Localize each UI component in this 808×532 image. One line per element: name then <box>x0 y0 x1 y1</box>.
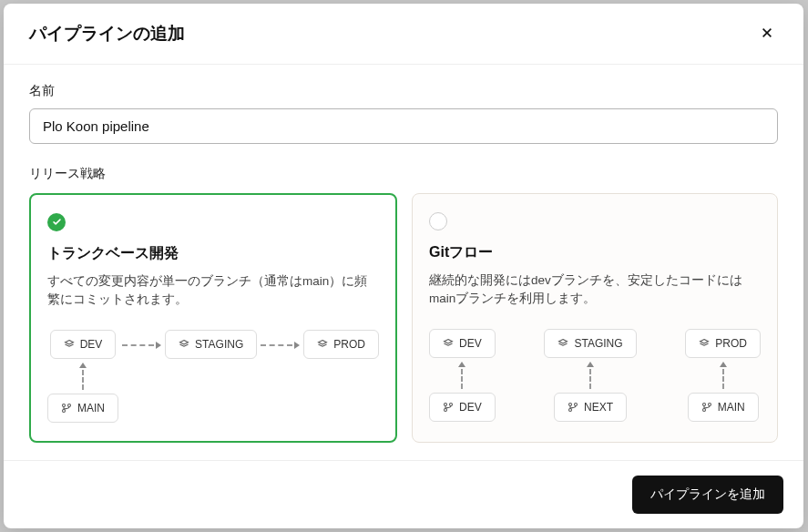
name-label: 名前 <box>29 83 778 99</box>
arrow-up-icon <box>584 362 597 389</box>
trunk-branch-main: MAIN <box>47 394 118 423</box>
svg-marker-12 <box>559 339 568 343</box>
gitflow-branch-dev: DEV <box>429 393 496 422</box>
add-pipeline-modal: パイプラインの追加 名前 リリース戦略 トランクベース開発 すべての変更内容が単… <box>4 4 803 528</box>
layers-icon <box>179 339 189 350</box>
arrow-up-icon <box>455 362 468 389</box>
strategy-card-trunk[interactable]: トランクベース開発 すべての変更内容が単一のブランチ（通常はmain）に頻繁にコ… <box>29 193 397 443</box>
svg-point-3 <box>63 404 66 406</box>
svg-point-17 <box>702 403 705 405</box>
gitflow-env-prod: PROD <box>685 329 761 358</box>
trunk-description: すべての変更内容が単一のブランチ（通常はmain）に頻繁にコミットされます。 <box>47 272 379 310</box>
gitflow-description: 継続的な開発にはdevブランチを、安定したコードにはmainブランチを利用します… <box>429 271 761 309</box>
strategy-label: リリース戦略 <box>29 166 778 182</box>
gitflow-branch-main: MAIN <box>688 393 759 422</box>
svg-point-18 <box>702 408 705 411</box>
name-input[interactable] <box>29 108 778 144</box>
layers-icon <box>699 338 710 349</box>
check-icon <box>52 214 62 230</box>
svg-point-4 <box>63 409 66 412</box>
svg-point-13 <box>568 403 571 405</box>
arrow-right-icon <box>261 339 300 352</box>
close-button[interactable] <box>756 23 778 45</box>
gitflow-env-dev: DEV <box>429 329 496 358</box>
svg-point-11 <box>450 403 453 405</box>
trunk-env-prod: PROD <box>303 330 379 359</box>
submit-button[interactable]: パイプラインを追加 <box>632 476 783 514</box>
modal-header: パイプラインの追加 <box>4 4 803 65</box>
gitflow-env-staging: STAGING <box>544 329 636 358</box>
svg-point-10 <box>445 408 447 411</box>
strategy-card-gitflow[interactable]: Gitフロー 継続的な開発にはdevブランチを、安定したコードにはmainブラン… <box>412 193 778 443</box>
radio-trunk[interactable] <box>47 213 66 231</box>
branch-icon <box>443 402 454 413</box>
arrow-up-icon <box>77 363 89 390</box>
gitflow-branch-next: NEXT <box>554 393 627 422</box>
branch-icon <box>701 402 712 413</box>
branch-icon <box>61 403 72 414</box>
arrow-up-icon <box>717 362 730 389</box>
trunk-diagram: DEV MAIN STAGING <box>47 330 379 423</box>
gitflow-diagram: DEV DEV STAGING <box>429 329 761 422</box>
svg-point-15 <box>574 403 577 405</box>
modal-body: 名前 リリース戦略 トランクベース開発 すべての変更内容が単一のブランチ（通常は… <box>4 65 803 460</box>
trunk-env-dev: DEV <box>50 330 117 359</box>
arrow-right-icon <box>122 339 161 352</box>
branch-icon <box>568 402 578 413</box>
svg-point-5 <box>68 404 71 406</box>
svg-point-19 <box>708 403 711 405</box>
modal-footer: パイプラインを追加 <box>4 460 803 528</box>
svg-marker-8 <box>445 339 453 343</box>
close-icon <box>761 26 773 42</box>
svg-marker-2 <box>65 340 73 344</box>
svg-marker-16 <box>701 339 709 343</box>
strategy-options: トランクベース開発 すべての変更内容が単一のブランチ（通常はmain）に頻繁にコ… <box>29 193 778 443</box>
svg-point-9 <box>445 403 447 405</box>
radio-gitflow[interactable] <box>429 212 447 230</box>
svg-marker-7 <box>319 340 327 344</box>
layers-icon <box>317 339 328 350</box>
trunk-title: トランクベース開発 <box>47 244 379 263</box>
layers-icon <box>557 338 568 349</box>
gitflow-title: Gitフロー <box>429 243 761 262</box>
trunk-env-staging: STAGING <box>165 330 257 359</box>
svg-point-14 <box>568 408 571 411</box>
svg-marker-6 <box>180 340 189 344</box>
modal-title: パイプラインの追加 <box>29 22 185 46</box>
layers-icon <box>64 339 75 350</box>
layers-icon <box>443 338 454 349</box>
